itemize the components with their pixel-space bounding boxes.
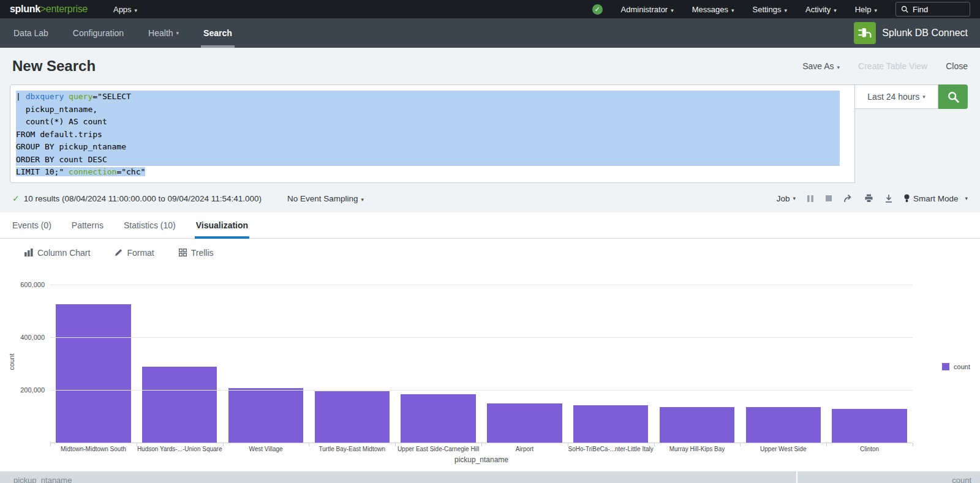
x-tick-label: SoHo-TriBeCa-...nter-Little Italy	[568, 443, 654, 453]
menu-activity[interactable]: Activity▾	[805, 5, 837, 14]
menu-help[interactable]: Help▾	[855, 5, 877, 14]
print-icon[interactable]	[864, 194, 873, 203]
bar[interactable]	[401, 394, 475, 443]
x-tick-label: Hudson Yards-...-Union Square	[137, 443, 223, 453]
x-tick-label: Murray Hill-Kips Bay	[654, 443, 741, 453]
bar[interactable]	[573, 405, 648, 443]
menu-settings[interactable]: Settings▾	[753, 5, 788, 14]
legend-swatch	[942, 363, 949, 370]
gridline	[50, 390, 913, 391]
column-header-count[interactable]: count	[796, 471, 980, 483]
nav-item-configuration[interactable]: Configuration	[72, 18, 125, 48]
pause-icon[interactable]	[807, 195, 814, 203]
caret-down-icon: ▾	[922, 94, 925, 100]
job-menu[interactable]: Job▾	[777, 194, 796, 203]
bar-slot	[137, 271, 223, 443]
results-tabs: Events (0) Patterns Statistics (10) Visu…	[0, 212, 980, 239]
bar[interactable]	[487, 403, 562, 443]
share-icon[interactable]	[843, 194, 853, 203]
y-tick-label: 600,000	[20, 281, 45, 288]
x-tick-label: Upper East Side-Carnegie Hill	[395, 443, 481, 453]
bar-slot	[395, 271, 481, 443]
gridline	[50, 337, 913, 338]
caret-down-icon: ▾	[965, 195, 968, 201]
trellis-icon	[179, 249, 187, 256]
stop-icon[interactable]	[825, 195, 832, 202]
chart-type-button[interactable]: Column Chart	[24, 248, 90, 258]
caret-down-icon: ▾	[361, 197, 364, 203]
tab-events[interactable]: Events (0)	[12, 212, 51, 238]
bar[interactable]	[315, 391, 390, 443]
bar-slot	[50, 271, 137, 443]
bar[interactable]	[142, 367, 217, 443]
column-chart-icon	[24, 249, 33, 256]
bar[interactable]	[228, 388, 303, 443]
y-tick-label: 200,000	[20, 386, 45, 394]
bar[interactable]	[746, 407, 821, 443]
tab-statistics[interactable]: Statistics (10)	[124, 212, 176, 238]
query-editor[interactable]: | dbxquery query="SELECT pickup_ntaname,…	[10, 84, 855, 183]
axis-tick	[654, 443, 655, 446]
nav-item-data-lab[interactable]: Data Lab	[12, 18, 50, 48]
query-line: FROM default.trips	[16, 129, 840, 141]
close-button[interactable]: Close	[946, 61, 968, 71]
results-summary: 10 results (08/04/2024 11:00:00.000 to 0…	[24, 194, 262, 203]
axis-tick	[137, 443, 137, 446]
search-mode-menu[interactable]: Smart Mode▾	[904, 194, 968, 203]
chart-legend[interactable]: count	[942, 363, 970, 370]
bar[interactable]	[56, 304, 130, 443]
apps-menu[interactable]: Apps▾	[113, 5, 137, 14]
trellis-button[interactable]: Trellis	[179, 248, 214, 258]
tab-patterns[interactable]: Patterns	[72, 212, 104, 238]
bar-slot	[309, 271, 395, 443]
nav-item-health[interactable]: Health▾	[147, 18, 180, 48]
axis-tick	[913, 443, 913, 446]
bar-slot	[740, 271, 826, 443]
axis-tick	[481, 443, 482, 446]
menu-messages[interactable]: Messages▾	[692, 5, 734, 14]
x-axis-title: pickup_ntaname	[50, 455, 913, 464]
axis-tick	[740, 443, 741, 446]
axis-tick	[568, 443, 568, 446]
format-button[interactable]: Format	[115, 248, 154, 258]
x-tick-label: Airport	[481, 443, 568, 453]
time-range-picker[interactable]: Last 24 hours▾	[855, 84, 938, 109]
download-icon[interactable]	[884, 194, 893, 203]
bar-slot	[568, 271, 654, 443]
event-sampling-menu[interactable]: No Event Sampling▾	[287, 194, 364, 203]
statistics-table-header: pickup_ntaname count	[0, 471, 980, 483]
health-status-icon[interactable]: ✓	[592, 4, 603, 15]
caret-down-icon: ▾	[834, 7, 837, 13]
axis-tick	[395, 443, 396, 446]
nav-item-search[interactable]: Search	[202, 18, 233, 48]
axis-tick	[223, 443, 224, 446]
legend-label: count	[954, 363, 970, 370]
save-as-button[interactable]: Save As▾	[802, 61, 840, 71]
menu-administrator[interactable]: Administrator▾	[621, 5, 674, 14]
query-line: | dbxquery query="SELECT	[16, 91, 840, 103]
tab-visualization[interactable]: Visualization	[196, 212, 248, 238]
bar[interactable]	[660, 407, 734, 443]
db-connect-logo	[854, 22, 876, 44]
bar[interactable]	[832, 409, 907, 443]
spacer	[0, 464, 980, 471]
query-line: count(*) AS count	[16, 116, 840, 129]
chart-bars	[50, 271, 913, 443]
x-tick-label: Clinton	[826, 443, 913, 453]
axis-tick	[826, 443, 827, 446]
find-input[interactable]: Find	[895, 2, 970, 17]
caret-down-icon: ▾	[784, 7, 787, 13]
query-line: GROUP BY pickup_ntaname	[16, 141, 840, 154]
x-tick-label: Midtown-Midtown South	[50, 443, 137, 453]
axis-tick	[309, 443, 309, 446]
search-header-section: New Search Save As▾ Create Table View Cl…	[0, 48, 980, 212]
bar-slot	[654, 271, 741, 443]
pencil-icon	[115, 249, 123, 256]
chart-area: count 200,000400,000600,000 Midtown-Midt…	[0, 266, 980, 464]
splunk-logo[interactable]: splunk>enterprise	[10, 4, 88, 15]
caret-down-icon: ▾	[731, 7, 734, 13]
run-search-button[interactable]	[938, 84, 968, 109]
column-header-pickup-ntaname[interactable]: pickup_ntaname	[0, 471, 796, 483]
bar-slot	[481, 271, 568, 443]
caret-down-icon: ▾	[837, 64, 840, 70]
